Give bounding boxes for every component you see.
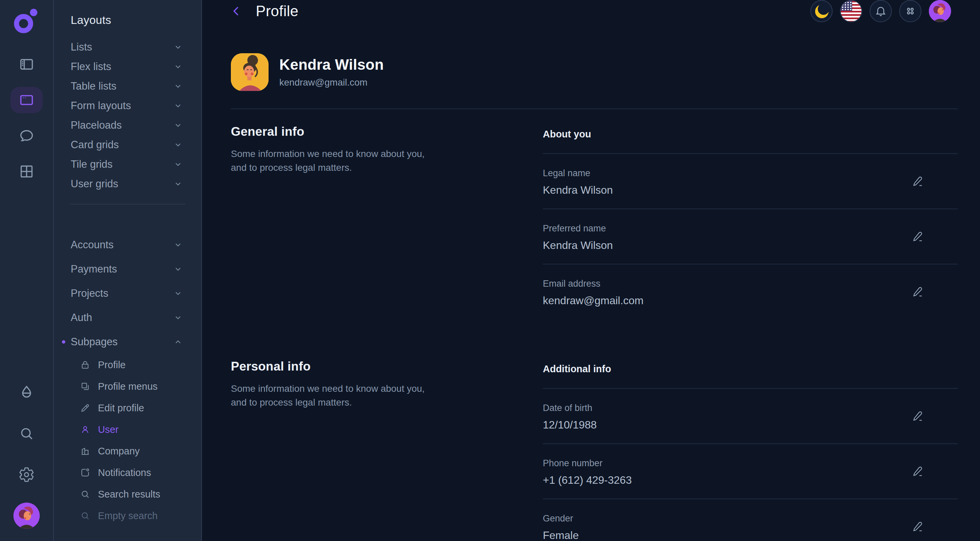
logo-icon (13, 8, 40, 36)
bell-icon (875, 5, 887, 17)
droplet-icon (19, 385, 35, 401)
field-value: Kendra Wilson (543, 184, 958, 196)
edit-phone-number-button[interactable] (911, 464, 926, 479)
sidebar-item-card-grids[interactable]: Card grids (54, 135, 201, 155)
search-icon (80, 511, 90, 521)
section-description: Some information we need to know about y… (231, 381, 441, 409)
lock-icon (80, 360, 90, 370)
active-section-bullet (62, 340, 65, 344)
pencil-icon (80, 403, 90, 413)
sidebar-item-profile-menus[interactable]: Profile menus (54, 376, 201, 397)
sidebar-item-flex-lists[interactable]: Flex lists (54, 57, 201, 77)
sidebar-item-search-results[interactable]: Search results (54, 484, 201, 505)
rail-item-messages[interactable] (10, 123, 43, 149)
chevron-down-icon (173, 241, 182, 249)
back-button[interactable] (231, 3, 244, 19)
sidebar-item-accounts[interactable]: Accounts (54, 233, 201, 257)
chevron-down-icon (173, 62, 182, 71)
avatar-woman-purple (929, 0, 951, 22)
section-description: Some information we need to know about y… (231, 147, 441, 174)
chevron-down-icon (173, 313, 182, 322)
sidebar-item-tile-grids[interactable]: Tile grids (54, 155, 201, 174)
sidebar-item-projects[interactable]: Projects (54, 281, 201, 306)
field-row-email-address: Email address kendraw@gmail.com (543, 265, 958, 319)
sidebar-divider (70, 204, 185, 204)
edit-icon (912, 410, 924, 423)
sidebar: Layouts Lists Flex lists Table lists For… (54, 0, 202, 541)
icon-rail (0, 0, 54, 541)
rail-item-panels[interactable] (10, 51, 43, 78)
search-icon (19, 426, 35, 442)
field-label: Email address (543, 279, 958, 289)
field-value: kendraw@gmail.com (543, 294, 958, 307)
sidebar-item-placeloads[interactable]: Placeloads (54, 115, 201, 135)
search-icon (80, 489, 90, 499)
field-value: 12/10/1988 (543, 419, 958, 431)
sidebar-item-profile[interactable]: Profile (54, 354, 201, 376)
profile-header: Kendra Wilson kendraw@gmail.com (231, 53, 958, 91)
theme-toggle-button[interactable] (810, 0, 833, 22)
app-logo[interactable] (13, 8, 40, 36)
us-flag-icon (841, 1, 862, 22)
edit-gender-button[interactable] (911, 519, 926, 534)
sidebar-item-edit-profile[interactable]: Edit profile (54, 397, 201, 419)
language-button[interactable] (840, 0, 862, 22)
sidebar-item-auth[interactable]: Auth (54, 306, 201, 330)
chevron-down-icon (173, 289, 182, 298)
rail-nav (10, 51, 43, 185)
field-label: Legal name (543, 168, 958, 179)
apps-button[interactable] (899, 0, 921, 22)
field-label: Phone number (543, 458, 958, 469)
sidebar-item-form-layouts[interactable]: Form layouts (54, 96, 201, 115)
sidebar-item-company[interactable]: Company (54, 440, 201, 462)
field-row-legal-name: Legal name Kendra Wilson (543, 154, 958, 209)
sidebar-item-user-grids[interactable]: User grids (54, 174, 201, 194)
profile-name: Kendra Wilson (279, 56, 383, 73)
sidebar-item-empty-search[interactable]: Empty search (54, 505, 201, 527)
rail-item-grid[interactable] (10, 158, 43, 185)
edit-legal-name-button[interactable] (911, 174, 926, 188)
sidebar-item-table-lists[interactable]: Table lists (54, 77, 201, 96)
chevron-down-icon (173, 160, 182, 169)
rail-bottom (10, 379, 43, 529)
user-menu-avatar[interactable] (929, 0, 951, 22)
sidebar-item-payments[interactable]: Payments (54, 257, 201, 281)
sidebar-item-notifications[interactable]: Notifications (54, 462, 201, 484)
sidebar-item-subpages[interactable]: Subpages (54, 330, 201, 354)
chevron-up-icon (173, 338, 182, 346)
sidebar-group-list: Lists Flex lists Table lists Form layout… (54, 37, 201, 194)
edit-icon (912, 465, 924, 478)
gear-icon (19, 466, 35, 483)
notifications-button[interactable] (870, 0, 892, 22)
field-label: Gender (543, 513, 958, 524)
sidebar-item-lists[interactable]: Lists (54, 37, 201, 57)
edit-icon (912, 230, 924, 243)
field-value: +1 (612) 429-3263 (543, 474, 958, 487)
main-area: Profile (202, 0, 980, 541)
sidebar-item-user[interactable]: User (54, 419, 201, 440)
card-title: About you (543, 124, 958, 140)
chevron-down-icon (173, 43, 182, 51)
edit-email-button[interactable] (911, 284, 926, 299)
rail-item-settings[interactable] (10, 461, 43, 488)
rail-item-search[interactable] (10, 420, 43, 447)
top-bar: Profile (202, 0, 980, 22)
edit-date-of-birth-button[interactable] (911, 409, 926, 423)
section-intro: Personal info Some information we need t… (231, 359, 441, 541)
field-row-preferred-name: Preferred name Kendra Wilson (543, 209, 958, 265)
chevron-down-icon (173, 101, 182, 110)
rail-item-layouts[interactable] (10, 87, 43, 113)
field-row-date-of-birth: Date of birth 12/10/1988 (543, 389, 958, 444)
edit-preferred-name-button[interactable] (911, 229, 926, 244)
page-content: Kendra Wilson kendraw@gmail.com General … (202, 22, 980, 541)
avatar-woman-yellow (231, 53, 269, 91)
field-row-gender: Gender Female (543, 499, 958, 541)
content-divider (231, 109, 958, 109)
dots-grid-icon (904, 5, 916, 17)
card-title: Additional info (543, 359, 958, 375)
rail-item-theme[interactable] (10, 379, 43, 405)
edit-icon (912, 285, 924, 298)
rail-user-avatar[interactable] (13, 503, 40, 529)
notification-icon (80, 468, 90, 478)
sidebar-subpage-list: Profile Profile menus Edit profile (54, 354, 201, 527)
